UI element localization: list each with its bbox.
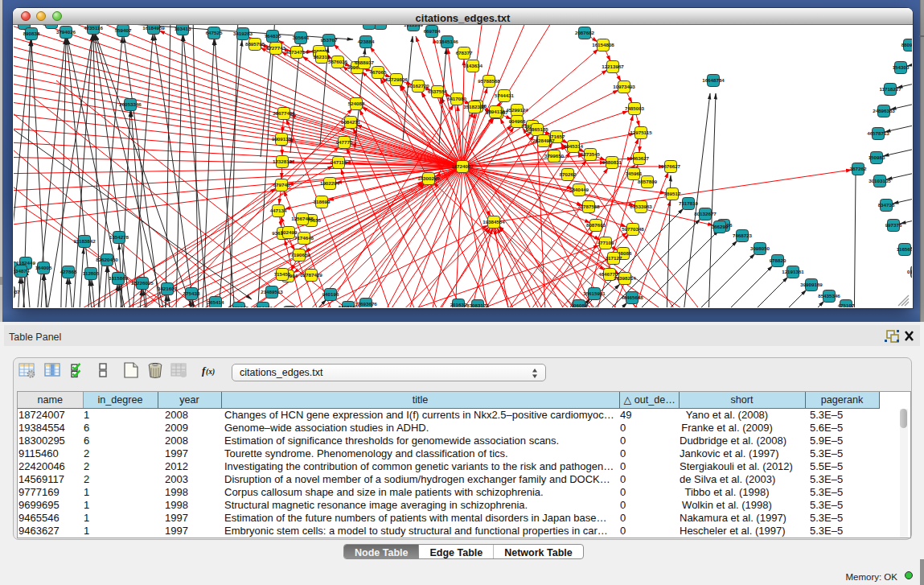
svg-text:23226025: 23226025 <box>131 280 154 286</box>
svg-text:7174648: 7174648 <box>294 235 314 241</box>
svg-text:317127: 317127 <box>606 255 622 261</box>
svg-text:154303: 154303 <box>893 64 910 70</box>
svg-text:3421607: 3421607 <box>158 286 178 291</box>
svg-text:427868: 427868 <box>60 269 77 274</box>
svg-text:8895798: 8895798 <box>245 41 265 47</box>
svg-text:85435346: 85435346 <box>818 293 840 299</box>
svg-text:0106513: 0106513 <box>907 269 912 274</box>
svg-text:102499: 102499 <box>281 229 298 235</box>
svg-text:16154808: 16154808 <box>592 42 614 47</box>
svg-text:18300295: 18300295 <box>417 175 440 181</box>
svg-text:978820: 978820 <box>770 257 786 263</box>
svg-text:679740: 679740 <box>273 182 290 187</box>
svg-text:678377: 678377 <box>456 50 473 56</box>
svg-text:953767: 953767 <box>321 37 338 43</box>
svg-text:35182337: 35182337 <box>463 104 486 109</box>
svg-text:3794026: 3794026 <box>56 29 76 35</box>
svg-text:890838: 890838 <box>23 31 40 36</box>
svg-text:59770348: 59770348 <box>622 226 644 232</box>
svg-text:6804436: 6804436 <box>253 305 273 307</box>
svg-text:559407: 559407 <box>115 27 132 33</box>
svg-text:2087682: 2087682 <box>575 30 595 35</box>
svg-text:3799650: 3799650 <box>544 153 565 159</box>
svg-text:67533963: 67533963 <box>630 204 652 209</box>
svg-text:12975115: 12975115 <box>630 130 652 135</box>
svg-text:19384554: 19384554 <box>483 219 505 225</box>
svg-text:95788568: 95788568 <box>478 78 500 84</box>
svg-text:9909133: 9909133 <box>272 136 292 142</box>
svg-text:8087603: 8087603 <box>586 222 606 228</box>
svg-text:26284987: 26284987 <box>532 138 555 143</box>
svg-text:647525: 647525 <box>206 30 223 35</box>
svg-text:02787429: 02787429 <box>300 272 322 278</box>
svg-text:447134: 447134 <box>270 208 287 213</box>
svg-text:047116: 047116 <box>331 159 347 165</box>
svg-text:16648784: 16648784 <box>702 77 725 83</box>
svg-text:870262: 870262 <box>560 171 577 177</box>
svg-text:715451: 715451 <box>274 271 291 277</box>
svg-text:0084271: 0084271 <box>341 119 361 125</box>
svg-text:(x): (x) <box>206 368 215 377</box>
svg-text:9463627: 9463627 <box>630 155 650 161</box>
svg-text:387262: 387262 <box>850 166 867 171</box>
svg-text:8727743: 8727743 <box>266 45 286 51</box>
svg-text:35615951: 35615951 <box>583 290 606 296</box>
svg-text:9480831: 9480831 <box>602 159 622 165</box>
svg-text:82620450: 82620450 <box>96 257 118 262</box>
svg-text:112805: 112805 <box>83 270 100 276</box>
svg-text:3315869: 3315869 <box>109 275 129 281</box>
svg-text:30103105: 30103105 <box>869 178 891 183</box>
svg-text:1232812: 1232812 <box>273 159 293 164</box>
svg-text:201632: 201632 <box>450 302 467 307</box>
svg-text:38677496: 38677496 <box>273 110 295 116</box>
svg-text:318699: 318699 <box>314 199 331 204</box>
svg-text:26398214: 26398214 <box>614 275 636 281</box>
svg-text:834738: 834738 <box>878 202 895 208</box>
svg-text:7468723: 7468723 <box>733 233 753 238</box>
svg-text:375433: 375433 <box>183 290 200 296</box>
svg-text:7485003: 7485003 <box>625 105 645 111</box>
svg-text:467065: 467065 <box>370 69 387 75</box>
svg-text:9894134: 9894134 <box>486 109 506 114</box>
svg-text:39909169: 39909169 <box>800 282 823 287</box>
svg-text:940196: 940196 <box>322 291 339 297</box>
svg-text:103413: 103413 <box>175 26 191 31</box>
svg-text:12213967: 12213967 <box>602 64 624 69</box>
svg-text:1354278: 1354278 <box>109 234 129 240</box>
svg-text:45299124: 45299124 <box>506 107 528 113</box>
svg-text:406088: 406088 <box>571 303 588 307</box>
svg-text:534874: 534874 <box>14 268 30 274</box>
svg-text:7317810: 7317810 <box>679 200 699 206</box>
svg-text:72787558: 72787558 <box>577 204 600 209</box>
svg-text:164005: 164005 <box>35 265 52 270</box>
svg-text:997376: 997376 <box>885 222 902 228</box>
svg-text:0576627: 0576627 <box>661 163 681 169</box>
svg-text:5840449: 5840449 <box>569 187 589 192</box>
svg-text:21489513: 21489513 <box>261 289 283 295</box>
svg-text:1182449: 1182449 <box>16 260 35 266</box>
svg-text:6945314: 6945314 <box>564 143 584 149</box>
svg-text:48734714: 48734714 <box>285 49 308 55</box>
svg-text:524082: 524082 <box>348 101 365 106</box>
svg-text:6417080: 6417080 <box>447 96 467 101</box>
svg-text:745961: 745961 <box>626 171 643 176</box>
svg-text:16184959: 16184959 <box>142 25 165 31</box>
svg-text:62729806: 62729806 <box>385 76 408 82</box>
svg-text:5744431: 5744431 <box>495 93 515 98</box>
svg-text:305641: 305641 <box>293 35 310 40</box>
svg-text:669784: 669784 <box>424 28 441 34</box>
svg-text:6537556: 6537556 <box>428 89 448 94</box>
svg-text:12567468: 12567468 <box>291 216 314 221</box>
svg-text:477109: 477109 <box>598 240 614 245</box>
svg-text:764835: 764835 <box>265 33 281 39</box>
svg-text:17693676: 17693676 <box>355 301 377 307</box>
svg-text:80132677: 80132677 <box>694 211 717 216</box>
svg-text:87083172: 87083172 <box>466 303 489 307</box>
svg-text:1012269: 1012269 <box>404 25 424 27</box>
svg-text:150983: 150983 <box>869 154 885 160</box>
svg-text:6688937: 6688937 <box>355 60 375 65</box>
svg-text:475107: 475107 <box>838 303 855 307</box>
svg-text:704828: 704828 <box>361 25 378 26</box>
svg-text:43320037: 43320037 <box>14 289 20 295</box>
svg-text:947775: 947775 <box>336 139 353 145</box>
